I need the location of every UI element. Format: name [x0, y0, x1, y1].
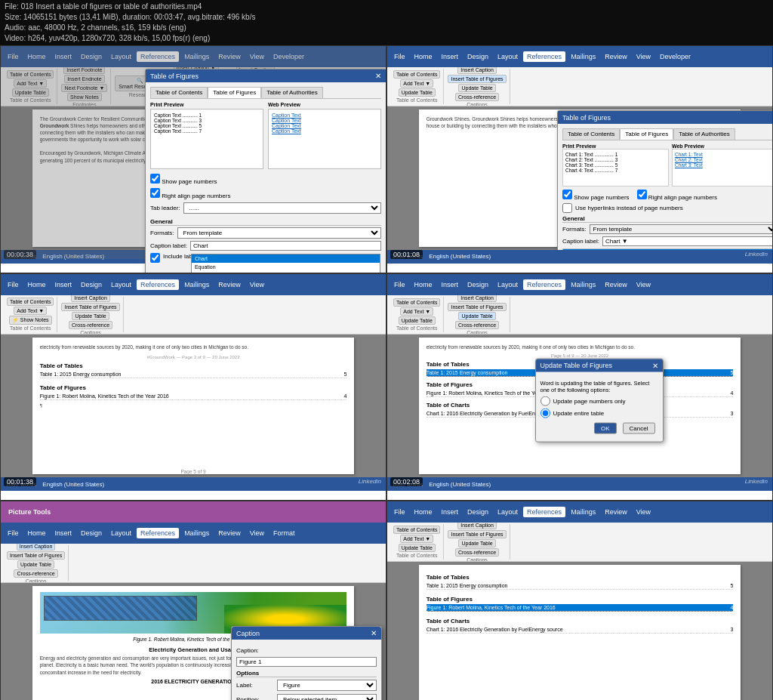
insert-caption-btn-5[interactable]: Insert Caption	[457, 523, 497, 529]
tab-view-5[interactable]: View	[633, 507, 654, 517]
insert-tof-btn-4[interactable]: Insert Table of Figures	[7, 551, 65, 560]
tab-layout-2[interactable]: Layout	[107, 279, 135, 290]
update-tof-btn-5[interactable]: Update Table	[458, 539, 495, 547]
tab-references-4[interactable]: References	[137, 528, 179, 538]
insert-tof-btn-5[interactable]: Insert Table of Figures	[448, 530, 506, 538]
tab-layout-5[interactable]: Layout	[494, 507, 522, 517]
cross-ref-btn-4[interactable]: Cross-reference	[14, 569, 57, 578]
formats-sel-1[interactable]: From template	[590, 224, 772, 234]
tab-file-1[interactable]: File	[390, 51, 409, 62]
tab-toa-0[interactable]: Table of Authorities	[261, 87, 323, 98]
update-table-fig-btn-1[interactable]: Update Table	[458, 84, 495, 92]
tab-file-3[interactable]: File	[390, 279, 409, 290]
tab-file-2[interactable]: File	[4, 279, 23, 290]
label-select[interactable]: Figure	[277, 680, 377, 691]
update-btn-3[interactable]: Update Table	[399, 316, 436, 325]
tab-review-4[interactable]: Review	[214, 528, 245, 538]
tab-toa-1[interactable]: Table of Authorities	[673, 128, 735, 140]
insert-caption-btn-2[interactable]: Insert Caption	[71, 295, 110, 302]
tab-mailings-2[interactable]: Mailings	[180, 279, 213, 290]
insert-tof-btn-2[interactable]: Insert Table of Figures	[61, 303, 119, 311]
insert-caption-btn-1[interactable]: Insert Caption	[457, 67, 497, 74]
insert-caption-btn-4[interactable]: Insert Caption	[17, 544, 56, 550]
insert-tof-btn-1[interactable]: Insert Table of Figures	[448, 75, 506, 83]
formats-select-0[interactable]: From template	[177, 227, 381, 239]
checkbox-right-align-0[interactable]	[150, 188, 160, 198]
tab-insert-5[interactable]: Insert	[438, 507, 463, 517]
tab-references-1[interactable]: References	[523, 51, 565, 62]
tab-view-3[interactable]: View	[633, 279, 654, 290]
cross-ref-btn-2[interactable]: Cross-reference	[69, 321, 112, 329]
tab-design-4[interactable]: Design	[77, 528, 106, 538]
insert-tof-btn-3[interactable]: Insert Table of Figures	[448, 303, 506, 311]
tab-references-3[interactable]: References	[523, 279, 565, 290]
toc-btn-2[interactable]: Table of Contents	[7, 298, 54, 306]
tab-layout-4[interactable]: Layout	[107, 528, 135, 538]
tab-home-5[interactable]: Home	[411, 507, 436, 517]
tab-insert-2[interactable]: Insert	[51, 279, 76, 290]
tab-home-2[interactable]: Home	[24, 279, 50, 290]
caption-option-equation[interactable]: Equation	[192, 263, 380, 271]
checkbox-include-0[interactable]	[150, 253, 160, 263]
tab-insert-1[interactable]: Insert	[438, 51, 463, 62]
position-select[interactable]: Below selected item	[277, 694, 377, 700]
list-item-chart-1[interactable]: Chart	[563, 249, 772, 250]
caption-dropdown-0[interactable]: Chart Chart Equation Figure Table	[190, 241, 381, 251]
toc-btn-5[interactable]: Table of Contents	[393, 526, 440, 534]
tab-mailings-1[interactable]: Mailings	[567, 51, 599, 62]
tab-references-5[interactable]: References	[523, 507, 565, 517]
update-tof-btn-4[interactable]: Update Table	[17, 560, 54, 569]
tab-tof-0[interactable]: Table of Figures	[208, 87, 261, 98]
update-tof-btn-3[interactable]: Update Table	[458, 312, 495, 320]
cross-ref-btn-3[interactable]: Cross-reference	[455, 321, 499, 329]
tab-review-2[interactable]: Review	[214, 279, 245, 290]
cross-ref-btn-5[interactable]: Cross-reference	[455, 548, 499, 557]
tab-tof-1[interactable]: Table of Figures	[620, 128, 673, 140]
tab-design-3[interactable]: Design	[463, 279, 492, 290]
update-table-btn-1[interactable]: Update Table	[399, 88, 436, 97]
caption-close[interactable]: ✕	[371, 629, 377, 637]
table-of-contents-btn-1[interactable]: Table of Contents	[393, 70, 440, 79]
tab-home-3[interactable]: Home	[411, 279, 436, 290]
caption-text-input[interactable]	[236, 657, 377, 667]
tab-view-1[interactable]: View	[633, 51, 654, 62]
tab-review-1[interactable]: Review	[601, 51, 631, 62]
tab-file-5[interactable]: File	[390, 507, 409, 517]
tab-toc-1[interactable]: Table of Contents	[562, 128, 620, 140]
dialog-close-0[interactable]: ✕	[375, 72, 381, 80]
caption-val-1[interactable]: Chart ▼	[602, 236, 772, 246]
tab-design-5[interactable]: Design	[463, 507, 492, 517]
update-close[interactable]: ✕	[652, 361, 658, 369]
hyperlinks-checkbox-1[interactable]	[562, 203, 572, 213]
tab-insert-3[interactable]: Insert	[438, 279, 463, 290]
tab-review-3[interactable]: Review	[601, 279, 631, 290]
tab-toc-0[interactable]: Table of Contents	[150, 87, 208, 98]
update-btn-5[interactable]: Update Table	[399, 544, 436, 552]
tab-mailings-4[interactable]: Mailings	[180, 528, 213, 538]
insert-caption-btn-3[interactable]: Insert Caption	[457, 295, 497, 302]
toc-btn-3[interactable]: Table of Contents	[393, 298, 440, 307]
tab-file-4[interactable]: File	[4, 528, 23, 538]
radio-entire-table-input[interactable]	[540, 408, 550, 418]
tab-view-2[interactable]: View	[246, 279, 268, 290]
radio-pages-only-input[interactable]	[540, 396, 550, 406]
tab-view-4[interactable]: View	[246, 528, 268, 538]
caption-option-chart[interactable]: Chart	[192, 254, 380, 263]
tab-design-2[interactable]: Design	[77, 279, 106, 290]
tab-review-5[interactable]: Review	[601, 507, 631, 517]
tab-layout-1[interactable]: Layout	[494, 51, 522, 62]
tab-mailings-3[interactable]: Mailings	[567, 279, 599, 290]
tab-developer-1[interactable]: Developer	[656, 51, 694, 62]
tab-format-4[interactable]: Format	[269, 528, 299, 538]
update-cancel-btn[interactable]: Cancel	[623, 422, 655, 433]
update-btn-2[interactable]: ⚡ Show Notes	[9, 316, 52, 325]
tab-home-4[interactable]: Home	[24, 528, 50, 538]
tab-leader-select-0[interactable]: ......	[183, 202, 381, 214]
tab-design-1[interactable]: Design	[463, 51, 492, 62]
add-text-btn-3[interactable]: Add Text ▼	[400, 307, 433, 316]
tab-references-2[interactable]: References	[137, 279, 179, 290]
tab-layout-3[interactable]: Layout	[494, 279, 522, 290]
checkbox-show-pages-0[interactable]	[150, 174, 160, 183]
add-text-btn-5[interactable]: Add Text ▼	[400, 535, 433, 543]
tab-mailings-5[interactable]: Mailings	[567, 507, 599, 517]
